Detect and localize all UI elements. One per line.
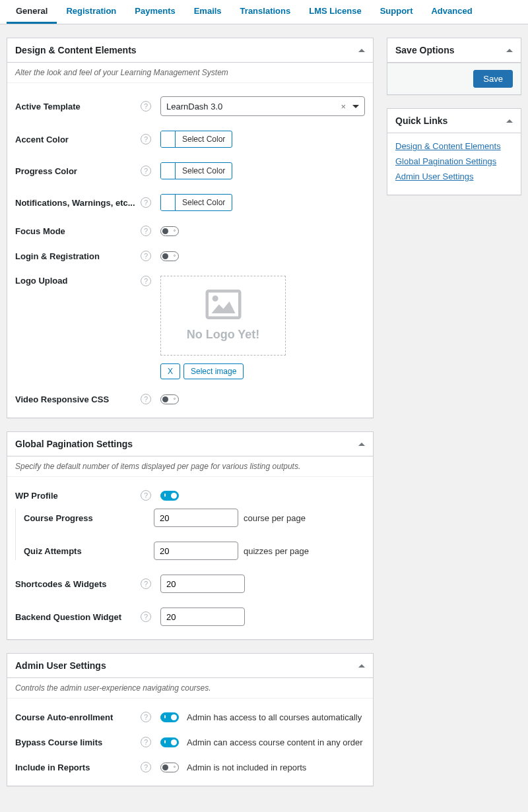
tab-support[interactable]: Support [371, 0, 422, 24]
help-icon[interactable]: ? [141, 712, 151, 722]
panel-admin-desc: Controls the admin user-experience navig… [7, 678, 373, 699]
panel-design: Design & Content Elements Alter the look… [7, 38, 374, 418]
accent-color-button[interactable]: Select Color [160, 131, 232, 148]
label-progress: Progress Color [15, 166, 141, 176]
panel-save-title: Save Options [395, 45, 454, 55]
collapse-icon [358, 49, 365, 52]
panel-admin-header[interactable]: Admin User Settings [7, 654, 373, 678]
bypass-desc: Admin can access course content in any o… [187, 737, 363, 747]
panel-design-desc: Alter the look and feel of your Learning… [7, 63, 373, 83]
label-quiz-attempts: Quiz Attempts [24, 546, 154, 556]
help-icon[interactable]: ? [141, 611, 151, 622]
active-template-select[interactable]: LearnDash 3.0 × [160, 96, 365, 116]
help-icon[interactable]: ? [141, 276, 151, 286]
help-icon[interactable]: ? [141, 737, 151, 747]
help-icon[interactable]: ? [141, 251, 151, 261]
course-progress-input[interactable] [154, 509, 238, 527]
collapse-icon [506, 119, 513, 123]
tab-advanced[interactable]: Advanced [422, 0, 481, 24]
active-template-value: LearnDash 3.0 [166, 102, 222, 111]
label-active-template: Active Template [15, 102, 141, 111]
notifications-color-button[interactable]: Select Color [160, 194, 232, 211]
quiz-suffix: quizzes per page [244, 546, 309, 556]
reports-desc: Admin is not included in reports [187, 763, 306, 772]
bypass-toggle[interactable] [160, 737, 179, 747]
label-reports: Include in Reports [15, 763, 141, 772]
save-button[interactable]: Save [473, 70, 513, 88]
help-icon[interactable]: ? [141, 578, 151, 589]
color-swatch-icon [161, 163, 176, 179]
logo-upload-area[interactable]: No Logo Yet! [160, 276, 286, 356]
panel-design-header[interactable]: Design & Content Elements [7, 38, 373, 63]
select-image-button[interactable]: Select image [183, 363, 244, 379]
panel-admin-title: Admin User Settings [15, 660, 106, 671]
label-wp-profile: WP Profile [15, 491, 141, 501]
panel-admin: Admin User Settings Controls the admin u… [7, 653, 374, 786]
course-suffix: course per page [244, 513, 306, 523]
label-course-progress: Course Progress [24, 513, 154, 523]
panel-save: Save Options Save [387, 38, 521, 95]
help-icon[interactable]: ? [141, 490, 151, 501]
shortcodes-input[interactable] [160, 575, 245, 593]
quiz-attempts-input[interactable] [154, 542, 238, 560]
focus-mode-toggle[interactable] [160, 226, 179, 236]
link-pagination[interactable]: Global Pagination Settings [395, 156, 513, 166]
label-bypass: Bypass Course limits [15, 737, 141, 747]
tab-registration[interactable]: Registration [57, 0, 125, 24]
panel-pagination-title: Global Pagination Settings [15, 439, 133, 449]
tab-payments[interactable]: Payments [125, 0, 184, 24]
video-css-toggle[interactable] [160, 394, 179, 404]
reports-toggle[interactable] [160, 763, 179, 772]
collapse-icon [358, 443, 365, 446]
panel-pagination-desc: Specify the default number of items disp… [7, 456, 373, 477]
panel-quick-header[interactable]: Quick Links [387, 109, 521, 133]
help-icon[interactable]: ? [141, 166, 151, 176]
progress-color-button[interactable]: Select Color [160, 162, 232, 179]
help-icon[interactable]: ? [141, 101, 151, 111]
login-registration-toggle[interactable] [160, 251, 179, 261]
label-auto-enroll: Course Auto-enrollment [15, 712, 141, 722]
panel-quick-title: Quick Links [395, 115, 447, 126]
label-shortcodes: Shortcodes & Widgets [15, 579, 141, 589]
label-login: Login & Registration [15, 251, 141, 261]
backend-widget-input[interactable] [160, 608, 245, 626]
label-notifications: Notifications, Warnings, etc... [15, 198, 141, 208]
label-focus-mode: Focus Mode [15, 226, 141, 236]
remove-logo-button[interactable]: X [160, 363, 180, 379]
color-swatch-icon [161, 131, 176, 147]
help-icon[interactable]: ? [141, 394, 151, 404]
label-backend-widget: Backend Question Widget [15, 612, 141, 622]
panel-quick-links: Quick Links Design & Content Elements Gl… [387, 108, 521, 195]
chevron-down-icon [352, 105, 359, 108]
help-icon[interactable]: ? [141, 197, 151, 208]
clear-icon[interactable]: × [341, 102, 346, 111]
help-icon[interactable]: ? [141, 762, 151, 772]
panel-save-header[interactable]: Save Options [387, 38, 521, 63]
tab-bar: General Registration Payments Emails Tra… [0, 0, 528, 24]
wp-profile-toggle[interactable] [160, 491, 179, 501]
tab-lms-license[interactable]: LMS License [300, 0, 370, 24]
no-logo-text: No Logo Yet! [161, 328, 285, 342]
auto-enroll-toggle[interactable] [160, 712, 179, 722]
auto-enroll-desc: Admin has access to all courses automati… [187, 712, 362, 722]
collapse-icon [358, 664, 365, 668]
panel-pagination-header[interactable]: Global Pagination Settings [7, 432, 373, 456]
help-icon[interactable]: ? [141, 134, 151, 144]
label-accent: Accent Color [15, 135, 141, 144]
panel-design-title: Design & Content Elements [15, 45, 137, 55]
tab-emails[interactable]: Emails [185, 0, 231, 24]
link-design[interactable]: Design & Content Elements [395, 141, 513, 151]
tab-general[interactable]: General [7, 0, 57, 24]
label-logo: Logo Upload [15, 276, 141, 286]
tab-translations[interactable]: Translations [231, 0, 300, 24]
collapse-icon [506, 49, 513, 52]
link-admin[interactable]: Admin User Settings [395, 172, 513, 181]
panel-pagination: Global Pagination Settings Specify the d… [7, 431, 374, 640]
image-placeholder-icon [161, 290, 285, 321]
color-swatch-icon [161, 195, 176, 210]
label-video-css: Video Responsive CSS [15, 394, 141, 404]
help-icon[interactable]: ? [141, 226, 151, 236]
